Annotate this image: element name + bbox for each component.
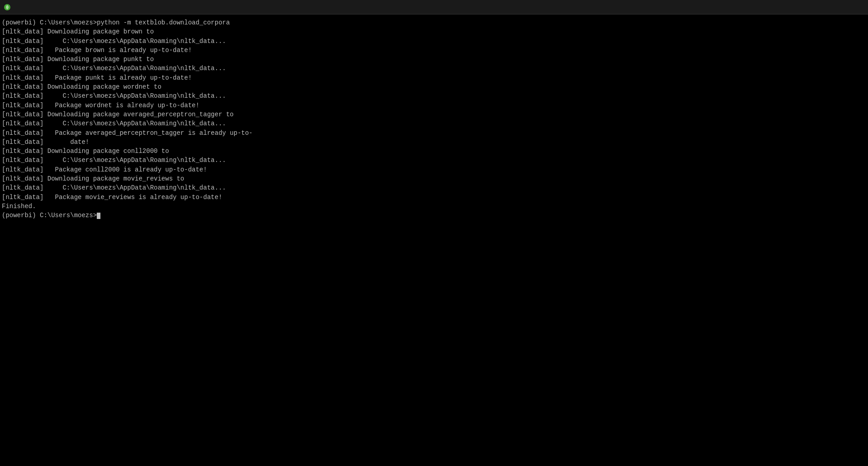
window: (powerbi) C:\Users\moezs>python -m textb…	[0, 0, 868, 466]
terminal-line: [nltk_data] C:\Users\moezs\AppData\Roami…	[2, 37, 866, 46]
terminal-line: [nltk_data] C:\Users\moezs\AppData\Roami…	[2, 119, 866, 128]
terminal-line: [nltk_data] C:\Users\moezs\AppData\Roami…	[2, 183, 866, 192]
terminal-line: [nltk_data] Package punkt is already up-…	[2, 73, 866, 82]
terminal-output: (powerbi) C:\Users\moezs>python -m textb…	[2, 18, 866, 220]
terminal-line: [nltk_data] C:\Users\moezs\AppData\Roami…	[2, 64, 866, 73]
terminal-line: [nltk_data] Package brown is already up-…	[2, 46, 866, 55]
terminal-line: [nltk_data] Package wordnet is already u…	[2, 101, 866, 110]
minimize-button[interactable]	[802, 0, 823, 14]
terminal-line: Finished.	[2, 202, 866, 211]
terminal-line: [nltk_data] C:\Users\moezs\AppData\Roami…	[2, 156, 866, 165]
terminal-line: [nltk_data] Downloading package punkt to	[2, 55, 866, 64]
cursor	[97, 213, 100, 219]
title-bar	[0, 0, 868, 14]
terminal-line: [nltk_data] C:\Users\moezs\AppData\Roami…	[2, 91, 866, 100]
window-controls	[802, 0, 864, 14]
maximize-button[interactable]	[823, 0, 844, 14]
terminal-line: [nltk_data] Downloading package wordnet …	[2, 82, 866, 91]
terminal-line: [nltk_data] Downloading package averaged…	[2, 110, 866, 119]
close-button[interactable]	[844, 0, 864, 14]
terminal-line: [nltk_data] Downloading package movie_re…	[2, 174, 866, 183]
terminal-line: (powerbi) C:\Users\moezs>	[2, 211, 866, 220]
terminal-line: [nltk_data] Package movie_reviews is alr…	[2, 193, 866, 202]
terminal-line: (powerbi) C:\Users\moezs>python -m textb…	[2, 18, 866, 27]
terminal-line: [nltk_data] Package averaged_perceptron_…	[2, 128, 866, 138]
title-bar-left	[4, 4, 14, 11]
anaconda-icon	[4, 4, 11, 11]
terminal-line: [nltk_data] date!	[2, 138, 866, 147]
terminal-line: [nltk_data] Downloading package brown to	[2, 27, 866, 36]
terminal-line: [nltk_data] Package conll2000 is already…	[2, 165, 866, 174]
terminal-body[interactable]: (powerbi) C:\Users\moezs>python -m textb…	[0, 14, 868, 466]
terminal-line: [nltk_data] Downloading package conll200…	[2, 147, 866, 156]
